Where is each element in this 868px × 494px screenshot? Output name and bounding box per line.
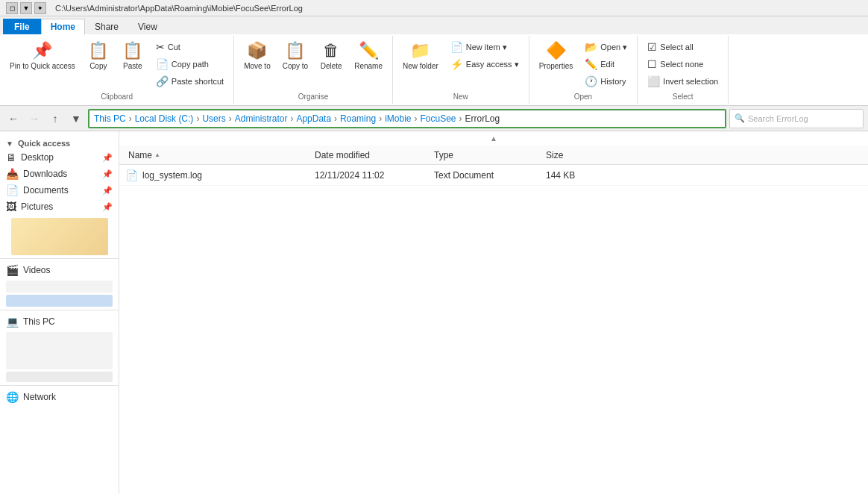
breadcrumb-focusee[interactable]: FocuSee bbox=[421, 113, 456, 124]
recent-locations-button[interactable]: ▼ bbox=[67, 110, 85, 128]
select-none-button[interactable]: ☐ Select none bbox=[642, 56, 723, 72]
breadcrumb-administrator[interactable]: Administrator bbox=[235, 113, 288, 124]
organise-label: Organise bbox=[298, 91, 329, 102]
new-item-button[interactable]: 📄 New item ▾ bbox=[445, 39, 524, 55]
sidebar-blur-item-3 bbox=[6, 372, 113, 382]
documents-icon: 📄 bbox=[6, 184, 19, 196]
sidebar-item-this-pc[interactable]: 💻 This PC bbox=[0, 313, 119, 330]
copy-to-icon: 📋 bbox=[285, 41, 305, 60]
edit-button[interactable]: ✏️ Edit bbox=[579, 56, 632, 72]
sidebar-item-downloads[interactable]: 📥 Downloads 📌 bbox=[0, 166, 119, 182]
copy-to-button[interactable]: 📋 Copy to bbox=[277, 39, 313, 73]
move-to-button[interactable]: 📦 Move to bbox=[239, 39, 276, 73]
sidebar-divider-1 bbox=[0, 258, 119, 259]
ribbon-group-open: 🔶 Properties 📂 Open ▾ ✏️ Edit 🕐 History … bbox=[529, 36, 638, 104]
tab-file[interactable]: File bbox=[3, 19, 41, 34]
file-modified: 12/11/2024 11:02 bbox=[312, 170, 431, 181]
delete-button[interactable]: 🗑 Delete bbox=[315, 39, 347, 73]
back-button[interactable]: ← bbox=[4, 110, 22, 128]
breadcrumb-roaming[interactable]: Roaming bbox=[340, 113, 376, 124]
new-label: New bbox=[453, 91, 468, 102]
network-label: Network bbox=[23, 392, 56, 402]
pin-to-quick-access-button[interactable]: 📌 Pin to Quick access bbox=[4, 39, 81, 73]
pictures-pin: 📌 bbox=[102, 202, 113, 212]
tab-view[interactable]: View bbox=[128, 19, 167, 34]
open-small-col: 📂 Open ▾ ✏️ Edit 🕐 History bbox=[579, 39, 632, 90]
open-content: 🔶 Properties 📂 Open ▾ ✏️ Edit 🕐 History bbox=[534, 37, 633, 91]
open-label: Open bbox=[574, 91, 592, 102]
up-button[interactable]: ↑ bbox=[46, 110, 64, 128]
sidebar-item-desktop[interactable]: 🖥 Desktop 📌 bbox=[0, 149, 119, 166]
clipboard-content: 📌 Pin to Quick access 📋 Copy 📋 Paste ✂ C… bbox=[4, 37, 229, 91]
paste-shortcut-icon: 🔗 bbox=[156, 75, 169, 87]
column-name[interactable]: Name ▲ bbox=[125, 150, 312, 160]
table-row[interactable]: 📄 log_system.log 12/11/2024 11:02 Text D… bbox=[119, 165, 868, 186]
search-box[interactable]: 🔍 Search ErrorLog bbox=[729, 109, 864, 128]
open-dropdown-button[interactable]: 📂 Open ▾ bbox=[579, 39, 632, 55]
select-content: ☑ Select all ☐ Select none ⬜ Invert sele… bbox=[642, 37, 723, 91]
properties-button[interactable]: 🔶 Properties bbox=[534, 39, 579, 73]
column-modified[interactable]: Date modified bbox=[312, 150, 431, 160]
new-folder-button[interactable]: 📁 New folder bbox=[397, 39, 444, 73]
this-pc-icon: 💻 bbox=[6, 316, 19, 328]
easy-access-button[interactable]: ⚡ Easy access ▾ bbox=[445, 56, 524, 72]
history-icon: 🕐 bbox=[585, 75, 597, 87]
sidebar-item-videos[interactable]: 🎬 Videos bbox=[0, 262, 119, 278]
new-content: 📁 New folder 📄 New item ▾ ⚡ Easy access … bbox=[397, 37, 524, 91]
invert-selection-button[interactable]: ⬜ Invert selection bbox=[642, 73, 723, 90]
properties-icon: 🔶 bbox=[546, 41, 566, 60]
nav-bar: ← → ↑ ▼ This PC › Local Disk (C:) › User… bbox=[0, 106, 868, 131]
paste-shortcut-button[interactable]: 🔗 Paste shortcut bbox=[151, 73, 229, 90]
breadcrumb-users[interactable]: Users bbox=[202, 113, 225, 124]
paste-icon: 📋 bbox=[122, 41, 142, 60]
sidebar-divider-2 bbox=[0, 310, 119, 310]
history-button[interactable]: 🕐 History bbox=[579, 73, 632, 90]
select-all-button[interactable]: ☑ Select all bbox=[642, 39, 723, 55]
breadcrumb-appdata[interactable]: AppData bbox=[296, 113, 331, 124]
column-size[interactable]: Size bbox=[543, 150, 603, 160]
tab-share[interactable]: Share bbox=[85, 19, 128, 34]
sidebar-item-pictures[interactable]: 🖼 Pictures 📌 bbox=[0, 198, 119, 215]
sidebar-folder-thumbnail bbox=[11, 218, 108, 255]
pictures-label: Pictures bbox=[21, 201, 53, 212]
sort-arrow: ▲ bbox=[154, 151, 160, 158]
clipboard-small-col: ✂ Cut 📄 Copy path 🔗 Paste shortcut bbox=[151, 39, 229, 90]
file-name: log_system.log bbox=[142, 170, 202, 181]
quick-access-label: Quick access bbox=[18, 139, 70, 148]
breadcrumb-errorlog[interactable]: ErrorLog bbox=[465, 113, 500, 124]
desktop-pin: 📌 bbox=[102, 153, 113, 163]
ribbon-tabs: File Home Share View bbox=[0, 16, 868, 34]
copy-path-button[interactable]: 📄 Copy path bbox=[151, 56, 229, 72]
title-icon-2: ▼ bbox=[20, 2, 32, 14]
breadcrumb-local-disk[interactable]: Local Disk (C:) bbox=[135, 113, 194, 124]
copy-button[interactable]: 📋 Copy bbox=[82, 39, 115, 73]
copy-icon: 📋 bbox=[88, 41, 108, 60]
rename-button[interactable]: ✏️ Rename bbox=[349, 39, 388, 73]
breadcrumb-this-pc[interactable]: This PC bbox=[94, 113, 126, 124]
easy-access-icon: ⚡ bbox=[450, 58, 463, 70]
paste-button[interactable]: 📋 Paste bbox=[116, 39, 149, 73]
collapse-arrow[interactable]: ▲ bbox=[119, 131, 868, 146]
copy-path-icon: 📄 bbox=[156, 58, 169, 70]
invert-icon: ⬜ bbox=[647, 75, 660, 87]
column-type[interactable]: Type bbox=[431, 150, 543, 160]
cut-icon: ✂ bbox=[156, 41, 165, 53]
search-icon: 🔍 bbox=[735, 113, 745, 123]
cut-button[interactable]: ✂ Cut bbox=[151, 39, 229, 55]
open-icon: 📂 bbox=[585, 41, 597, 53]
select-col: ☑ Select all ☐ Select none ⬜ Invert sele… bbox=[642, 39, 723, 90]
sidebar-quick-access-header: ▼ Quick access bbox=[0, 134, 119, 149]
documents-pin: 📌 bbox=[102, 186, 113, 196]
breadcrumb-imobie[interactable]: iMobie bbox=[385, 113, 411, 124]
videos-icon: 🎬 bbox=[6, 264, 19, 276]
sidebar-item-documents[interactable]: 📄 Documents 📌 bbox=[0, 182, 119, 198]
desktop-label: Desktop bbox=[21, 152, 54, 163]
file-icon: 📄 bbox=[125, 169, 138, 181]
breadcrumb[interactable]: This PC › Local Disk (C:) › Users › Admi… bbox=[88, 109, 726, 128]
tab-home[interactable]: Home bbox=[41, 19, 85, 34]
file-list-header: Name ▲ Date modified Type Size bbox=[119, 146, 868, 165]
sidebar-item-network[interactable]: 🌐 Network bbox=[0, 389, 119, 405]
file-type: Text Document bbox=[431, 170, 543, 181]
forward-button[interactable]: → bbox=[25, 110, 43, 128]
videos-label: Videos bbox=[23, 265, 50, 275]
